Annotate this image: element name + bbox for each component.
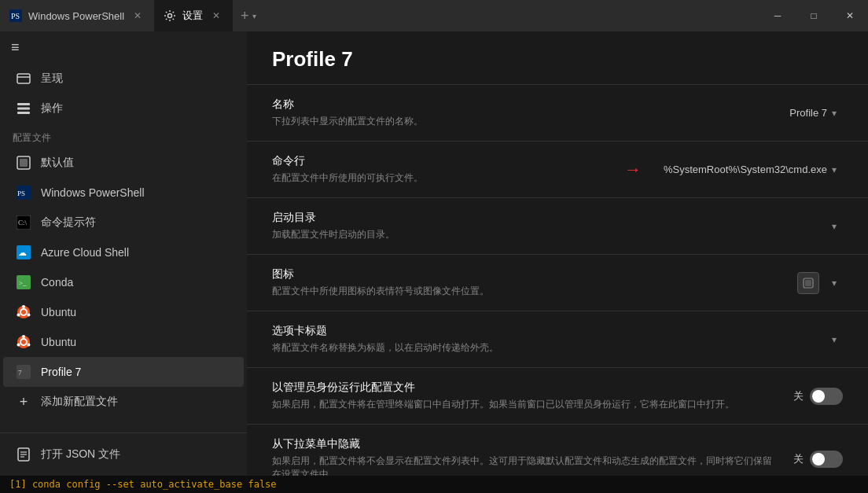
command-chevron-icon: ▾ xyxy=(832,164,837,175)
hide-toggle-knob xyxy=(812,453,825,465)
tab-settings-close[interactable]: ✕ xyxy=(209,9,223,23)
hide-desc: 如果启用，配置文件将不会显示在配置文件列表中。这可用于隐藏默认配置文件和动态生成… xyxy=(272,454,781,476)
settings-tab-icon xyxy=(164,9,176,22)
sidebar-item-ubuntu2-label: Ubuntu xyxy=(41,336,76,348)
new-tab-button[interactable]: + ▾ xyxy=(233,8,264,24)
tab-settings[interactable]: 设置 ✕ xyxy=(154,0,233,31)
ubuntu2-icon xyxy=(16,334,31,350)
new-tab-chevron: ▾ xyxy=(252,12,256,20)
powershell-icon: PS xyxy=(16,185,31,201)
sidebar-footer: 打开 JSON 文件 xyxy=(0,432,247,469)
sidebar-menu-button[interactable]: ≡ xyxy=(0,31,247,64)
sidebar-item-ubuntu2[interactable]: Ubuntu xyxy=(3,327,244,357)
sidebar-item-powershell[interactable]: PS Windows PowerShell xyxy=(3,178,244,208)
icon-desc: 配置文件中所使用图标的表情符号或图像文件位置。 xyxy=(272,285,785,298)
icon-preview xyxy=(797,272,819,294)
maximize-button[interactable]: □ xyxy=(796,0,832,31)
add-icon: + xyxy=(16,394,31,410)
svg-point-26 xyxy=(22,335,25,338)
admin-label: 以管理员身份运行此配置文件 xyxy=(272,381,781,395)
window-controls: ─ □ ✕ xyxy=(760,0,868,31)
profiles-section-label: 配置文件 xyxy=(0,123,247,148)
tab-powershell-close[interactable]: ✕ xyxy=(131,9,145,23)
open-json-button[interactable]: 打开 JSON 文件 xyxy=(3,440,244,469)
command-label: 命令行 xyxy=(272,154,612,168)
svg-point-2 xyxy=(168,14,172,18)
sidebar-item-azure[interactable]: ☁ Azure Cloud Shell xyxy=(3,237,244,267)
settings-row-icon: 图标 配置文件中所使用图标的表情符号或图像文件位置。 ▾ xyxy=(247,254,868,311)
tab-powershell-label: Windows PowerShell xyxy=(28,10,124,22)
open-json-label: 打开 JSON 文件 xyxy=(41,447,120,462)
name-dropdown[interactable]: Profile 7 ▾ xyxy=(783,104,843,122)
icon-chevron-icon: ▾ xyxy=(832,278,837,289)
svg-rect-7 xyxy=(17,112,30,114)
json-icon xyxy=(16,447,31,462)
default-icon xyxy=(16,155,31,171)
settings-row-hide: 从下拉菜单中隐藏 如果启用，配置文件将不会显示在配置文件列表中。这可用于隐藏默认… xyxy=(247,424,868,476)
tab-settings-label: 设置 xyxy=(182,9,203,23)
new-tab-icon: + xyxy=(241,8,249,24)
name-chevron-icon: ▾ xyxy=(832,108,837,119)
sidebar-item-cmd-label: 命令提示符 xyxy=(41,215,96,230)
svg-text:PS: PS xyxy=(17,189,25,197)
tab-powershell[interactable]: PS Windows PowerShell ✕ xyxy=(0,0,154,31)
conda-icon: >_ xyxy=(16,274,31,290)
sidebar-item-default[interactable]: 默认值 xyxy=(3,148,244,178)
minimize-button[interactable]: ─ xyxy=(760,0,796,31)
hide-toggle[interactable] xyxy=(810,451,843,468)
sidebar-item-default-label: 默认值 xyxy=(41,156,74,170)
svg-rect-6 xyxy=(17,108,30,110)
svg-point-28 xyxy=(28,344,31,347)
svg-text:C:\: C:\ xyxy=(18,219,28,226)
settings-row-admin: 以管理员身份运行此配置文件 如果启用，配置文件将在管理终端窗口中自动打开。如果当… xyxy=(247,367,868,424)
command-desc: 在配置文件中所使用的可执行文件。 xyxy=(272,171,612,185)
sidebar-add-label: 添加新配置文件 xyxy=(41,395,118,409)
admin-toggle[interactable] xyxy=(810,388,843,405)
admin-desc: 如果启用，配置文件将在管理终端窗口中自动打开。如果当前窗口已以管理员身份运行，它… xyxy=(272,398,781,411)
hide-label: 从下拉菜单中隐藏 xyxy=(272,437,781,451)
sidebar-add-profile[interactable]: + 添加新配置文件 xyxy=(3,387,244,417)
azure-icon: ☁ xyxy=(16,245,31,260)
sidebar-item-actions[interactable]: 操作 xyxy=(3,94,244,123)
sidebar-item-cmd[interactable]: C:\ 命令提示符 xyxy=(3,208,244,237)
icon-label: 图标 xyxy=(272,267,785,281)
close-button[interactable]: ✕ xyxy=(832,0,868,31)
startdir-chevron-icon: ▾ xyxy=(832,221,837,232)
name-label: 名称 xyxy=(272,97,771,112)
sidebar-item-profile7[interactable]: 7 Profile 7 xyxy=(3,357,244,387)
sidebar-item-powershell-label: Windows PowerShell xyxy=(41,186,145,199)
ubuntu1-icon xyxy=(16,304,31,320)
svg-text:>_: >_ xyxy=(19,279,27,287)
svg-rect-3 xyxy=(17,74,30,83)
name-value: Profile 7 xyxy=(789,107,827,119)
admin-toggle-container: 关 xyxy=(793,388,843,405)
svg-point-23 xyxy=(28,314,31,317)
tabtitle-dropdown[interactable]: ▾ xyxy=(826,331,843,348)
actions-icon xyxy=(16,101,31,116)
svg-point-27 xyxy=(17,344,20,347)
command-dropdown[interactable]: %SystemRoot%\System32\cmd.exe ▾ xyxy=(657,160,843,178)
powershell-tab-icon: PS xyxy=(9,9,22,22)
svg-point-21 xyxy=(22,305,25,308)
tabtitle-label: 选项卡标题 xyxy=(272,324,813,338)
svg-text:7: 7 xyxy=(18,369,22,377)
settings-row-command: 命令行 在配置文件中所使用的可执行文件。 → %SystemRoot%\Syst… xyxy=(247,141,868,197)
sidebar-item-ubuntu1-label: Ubuntu xyxy=(41,306,76,318)
tabtitle-chevron-icon: ▾ xyxy=(832,334,837,345)
sidebar-item-profile7-label: Profile 7 xyxy=(41,366,81,378)
sidebar-item-ubuntu1[interactable]: Ubuntu xyxy=(3,297,244,327)
sidebar-item-actions-label: 操作 xyxy=(41,101,63,116)
icon-dropdown[interactable]: ▾ xyxy=(826,274,843,292)
terminal-text: [1] conda config --set auto_activate_bas… xyxy=(9,479,277,490)
main-layout: ≡ 呈现 操作 配置文件 xyxy=(0,31,868,476)
svg-rect-5 xyxy=(17,103,30,105)
page-title: Profile 7 xyxy=(247,31,868,84)
admin-toggle-off-label: 关 xyxy=(793,389,804,403)
sidebar-item-conda[interactable]: >_ Conda xyxy=(3,267,244,297)
startdir-dropdown[interactable]: ▾ xyxy=(826,218,843,235)
hide-toggle-container: 关 xyxy=(793,451,843,468)
command-value: %SystemRoot%\System32\cmd.exe xyxy=(664,164,827,175)
svg-rect-36 xyxy=(805,280,811,286)
sidebar-item-appearance[interactable]: 呈现 xyxy=(3,64,244,94)
appearance-icon xyxy=(16,71,31,86)
